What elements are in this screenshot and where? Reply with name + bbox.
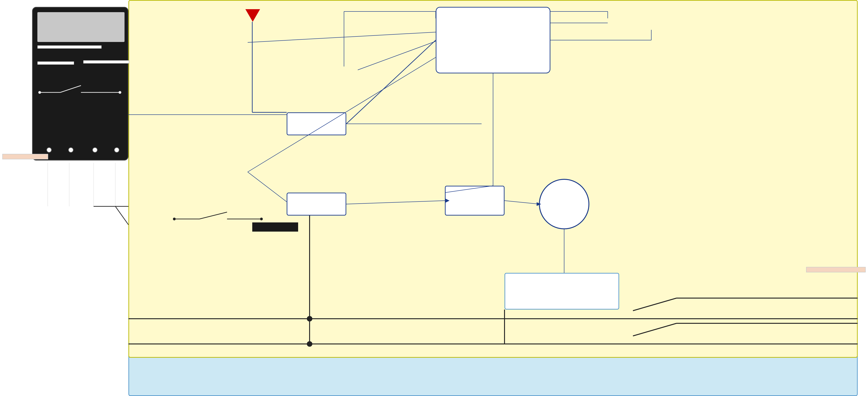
svg-line-6 (199, 212, 227, 219)
dc-motor-circle (539, 179, 589, 229)
relay-switch (37, 79, 122, 97)
meter-box (32, 7, 128, 160)
terminal-1 (46, 147, 52, 152)
power-box-top (287, 112, 346, 135)
power-box-bottom (287, 193, 346, 216)
svg-point-9 (260, 218, 263, 220)
motor-driver-box (445, 186, 504, 216)
svg-point-8 (173, 218, 176, 220)
red-indicator-triangle (245, 9, 260, 22)
svg-line-52 (115, 206, 128, 225)
power-input-label (2, 154, 48, 159)
bottom-switch-area (172, 208, 264, 227)
terminal-3 (92, 147, 97, 152)
meter-display (37, 12, 125, 42)
svg-point-4 (119, 91, 121, 94)
svg-point-3 (38, 91, 41, 94)
mcb-box (504, 273, 619, 310)
terminal-4 (114, 147, 119, 152)
relay-box (37, 61, 74, 65)
mcu-box (436, 7, 550, 73)
power-output-label (806, 267, 866, 272)
svg-line-1 (60, 86, 81, 92)
meter-controller-label (37, 45, 101, 49)
resistor-box (83, 60, 129, 63)
terminal-2 (68, 147, 73, 152)
